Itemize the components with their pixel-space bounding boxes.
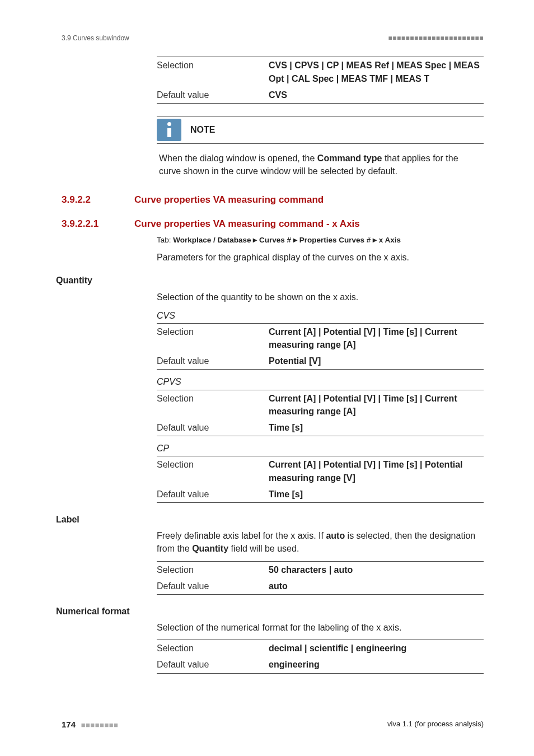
page-footer: 174 ■■■■■■■■ viva 1.1 (for process analy… <box>62 718 484 731</box>
note-body: When the dialog window is opened, the Co… <box>157 144 484 181</box>
cell-val: engineering <box>269 656 484 673</box>
param-quantity: Quantity Selection of the quantity to be… <box>62 274 484 503</box>
table-row: Selection decimal | scientific | enginee… <box>157 640 484 657</box>
cell-val: CVS | CPVS | CP | MEAS Ref | MEAS Spec |… <box>269 57 484 87</box>
label-desc-post: field will be used. <box>228 544 299 553</box>
cell-key: Selection <box>157 390 269 419</box>
cell-val: Current [A] | Potential [V] | Time [s] |… <box>269 390 484 419</box>
table-row: Default value CVS <box>157 87 484 104</box>
table-row: Selection Current [A] | Potential [V] | … <box>157 456 484 486</box>
param-desc: Selection of the numerical format for th… <box>157 621 484 634</box>
table-row: Selection 50 characters | auto <box>157 561 484 578</box>
numformat-table: Selection decimal | scientific | enginee… <box>157 640 484 673</box>
cell-key: Selection <box>157 561 269 578</box>
label-table-wrap: Selection 50 characters | auto Default v… <box>157 561 484 595</box>
quantity-cvs-table: Selection Current [A] | Potential [V] | … <box>157 323 484 370</box>
table-row: Selection Current [A] | Potential [V] | … <box>157 390 484 419</box>
param-numerical-format: Numerical format Selection of the numeri… <box>62 605 484 674</box>
param-desc: Freely definable axis label for the x ax… <box>157 529 484 555</box>
subtable-title: CVS <box>157 309 484 322</box>
section-number: 3.9.2.2.1 <box>62 217 134 231</box>
section-intro: Parameters for the graphical display of … <box>157 251 484 264</box>
cell-key: Selection <box>157 323 269 353</box>
cell-key: Default value <box>157 578 269 595</box>
cell-val: CVS <box>269 87 484 104</box>
label-desc-b1: auto <box>326 531 345 540</box>
subtable-title: CPVS <box>157 375 484 388</box>
command-type-table: Selection CVS | CPVS | CP | MEAS Ref | M… <box>157 57 484 104</box>
cell-val: auto <box>269 578 484 595</box>
section-title: Curve properties VA measuring command <box>134 193 324 207</box>
footer-left: 174 ■■■■■■■■ <box>62 718 118 731</box>
cell-key: Selection <box>157 640 269 657</box>
cell-key: Default value <box>157 419 269 436</box>
tab-label: Tab: <box>157 236 173 244</box>
cell-val: decimal | scientific | engineering <box>269 640 484 657</box>
footer-right: viva 1.1 (for process analysis) <box>387 719 484 730</box>
param-name: Quantity <box>56 274 484 287</box>
section-3-9-2-2-1: 3.9.2.2.1 Curve properties VA measuring … <box>62 217 484 231</box>
cell-key: Default value <box>157 656 269 673</box>
note-title: NOTE <box>190 123 215 136</box>
label-desc-pre: Freely definable axis label for the x ax… <box>157 531 326 540</box>
subtable-title: CP <box>157 442 484 455</box>
label-desc-b2: Quantity <box>192 544 228 553</box>
table-row: Selection CVS | CPVS | CP | MEAS Ref | M… <box>157 57 484 87</box>
page-number: 174 <box>62 720 76 729</box>
info-icon <box>157 119 181 141</box>
cell-key: Default value <box>157 353 269 370</box>
numformat-table-wrap: Selection decimal | scientific | enginee… <box>157 640 484 673</box>
note-text-bold: Command type <box>317 153 382 163</box>
table-row: Default value auto <box>157 578 484 595</box>
quantity-cp-table: Selection Current [A] | Potential [V] | … <box>157 456 484 503</box>
footer-dashes: ■■■■■■■■ <box>81 721 119 729</box>
command-type-block: Selection CVS | CPVS | CP | MEAS Ref | M… <box>157 57 484 181</box>
cell-val: Potential [V] <box>269 353 484 370</box>
tab-text: Workplace / Database ▸ Curves # ▸ Proper… <box>173 236 401 244</box>
param-label: Label Freely definable axis label for th… <box>62 513 484 595</box>
param-name: Numerical format <box>56 605 484 618</box>
note-text-pre: When the dialog window is opened, the <box>159 153 317 163</box>
table-row: Selection Current [A] | Potential [V] | … <box>157 323 484 353</box>
note-head: NOTE <box>157 116 484 144</box>
note-box: NOTE When the dialog window is opened, t… <box>157 116 484 181</box>
cell-val: 50 characters | auto <box>269 561 484 578</box>
label-table: Selection 50 characters | auto Default v… <box>157 561 484 595</box>
param-name: Label <box>56 513 484 526</box>
cell-val: Time [s] <box>269 486 484 503</box>
quantity-cvs-block: CVS Selection Current [A] | Potential [V… <box>157 309 484 503</box>
table-row: Default value Time [s] <box>157 419 484 436</box>
table-row: Default value Time [s] <box>157 486 484 503</box>
header-dashes: ■■■■■■■■■■■■■■■■■■■■■■ <box>388 34 484 43</box>
cell-key: Selection <box>157 456 269 486</box>
cell-val: Current [A] | Potential [V] | Time [s] |… <box>269 323 484 353</box>
cell-key: Selection <box>157 57 269 87</box>
section-number: 3.9.2.2 <box>62 193 134 207</box>
tab-breadcrumb: Tab: Workplace / Database ▸ Curves # ▸ P… <box>157 235 484 246</box>
page-header: 3.9 Curves subwindow ■■■■■■■■■■■■■■■■■■■… <box>62 34 484 43</box>
section-title: Curve properties VA measuring command - … <box>134 217 360 231</box>
param-desc: Selection of the quantity to be shown on… <box>157 291 484 304</box>
breadcrumb: 3.9 Curves subwindow <box>62 34 129 43</box>
cell-key: Default value <box>157 87 269 104</box>
table-row: Default value Potential [V] <box>157 353 484 370</box>
table-row: Default value engineering <box>157 656 484 673</box>
section-3-9-2-2: 3.9.2.2 Curve properties VA measuring co… <box>62 193 484 207</box>
quantity-cpvs-table: Selection Current [A] | Potential [V] | … <box>157 390 484 437</box>
cell-val: Time [s] <box>269 419 484 436</box>
cell-val: Current [A] | Potential [V] | Time [s] |… <box>269 456 484 486</box>
cell-key: Default value <box>157 486 269 503</box>
